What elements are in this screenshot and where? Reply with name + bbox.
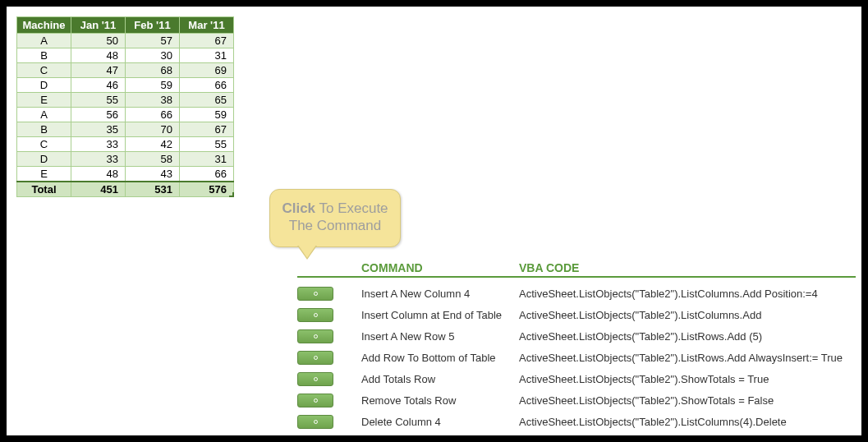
callout-text-1: To Execute	[315, 200, 388, 216]
table-row[interactable]: D465966	[17, 78, 234, 93]
run-button[interactable]	[297, 436, 333, 443]
command-row: Delete Row 5ActiveSheet.ListObjects("Tab…	[297, 432, 856, 442]
run-button[interactable]	[297, 287, 333, 301]
col-header-mar[interactable]: Mar '11	[180, 17, 234, 34]
circle-icon	[314, 313, 318, 317]
table-row[interactable]: C334255	[17, 137, 234, 152]
table-cell[interactable]: 38	[126, 93, 180, 108]
total-jan: 451	[71, 182, 126, 197]
table-cell[interactable]: 42	[126, 137, 180, 152]
table-cell[interactable]: 67	[180, 122, 234, 137]
command-label: Insert Column at End of Table	[361, 309, 519, 321]
table-cell[interactable]: B	[17, 122, 71, 137]
vba-code: ActiveSheet.ListObjects("Table2").ShowTo…	[519, 394, 856, 407]
col-header-machine[interactable]: Machine	[17, 17, 71, 34]
circle-icon	[314, 398, 318, 403]
table-cell[interactable]: D	[17, 78, 71, 93]
vba-code: ActiveSheet.ListObjects("Table2").ListRo…	[519, 352, 856, 364]
table-cell[interactable]: 66	[180, 78, 234, 93]
table-cell[interactable]: 31	[180, 48, 234, 63]
table-cell[interactable]: 66	[126, 108, 180, 122]
circle-icon	[314, 356, 318, 360]
circle-icon	[314, 377, 318, 381]
total-mar: 576	[180, 182, 234, 197]
command-label: Add Totals Row	[361, 373, 519, 385]
table-row[interactable]: E553865	[17, 93, 234, 108]
table-cell[interactable]: A	[17, 34, 71, 48]
circle-icon	[314, 334, 318, 338]
table-row[interactable]: A566659	[17, 108, 234, 122]
table-cell[interactable]: 43	[126, 167, 180, 182]
command-row: Add Row To Bottom of TableActiveSheet.Li…	[297, 347, 856, 368]
table-cell[interactable]: 59	[126, 78, 180, 93]
callout-text-2: The Command	[289, 218, 381, 233]
command-label: Insert A New Row 5	[361, 330, 519, 343]
table-row[interactable]: E484366	[17, 167, 234, 182]
table-cell[interactable]: E	[17, 93, 71, 108]
command-list: COMMAND VBA CODE Insert A New Column 4Ac…	[297, 261, 856, 442]
table-cell[interactable]: 55	[71, 93, 126, 108]
run-button[interactable]	[297, 394, 333, 407]
vba-code: ActiveSheet.ListObjects("Table2").ListRo…	[519, 330, 856, 343]
table-cell[interactable]: 46	[71, 78, 126, 93]
table-cell[interactable]: B	[17, 48, 71, 63]
table-cell[interactable]: 58	[126, 152, 180, 167]
command-label: Delete Row 5	[361, 437, 519, 443]
table-cell[interactable]: 47	[71, 63, 126, 78]
command-label: Add Row To Bottom of Table	[361, 352, 519, 364]
col-header-jan[interactable]: Jan '11	[71, 17, 126, 34]
table-cell[interactable]: 33	[71, 152, 126, 167]
table-cell[interactable]: 48	[71, 48, 126, 63]
table-cell[interactable]: 31	[180, 152, 234, 167]
table-cell[interactable]: 67	[180, 34, 234, 48]
table-row[interactable]: C476869	[17, 63, 234, 78]
table-cell[interactable]: E	[17, 167, 71, 182]
table-row[interactable]: B483031	[17, 48, 234, 63]
command-row: Insert A New Column 4ActiveSheet.ListObj…	[297, 283, 856, 304]
table-cell[interactable]: 57	[126, 34, 180, 48]
command-label: Insert A New Column 4	[361, 288, 519, 300]
table-cell[interactable]: 70	[126, 122, 180, 137]
run-button[interactable]	[297, 351, 333, 365]
table-cell[interactable]: 35	[71, 122, 126, 137]
table-cell[interactable]: 56	[71, 108, 126, 122]
table-resize-handle[interactable]	[229, 192, 234, 197]
table-cell[interactable]: 68	[126, 63, 180, 78]
total-label: Total	[17, 182, 71, 197]
circle-icon	[314, 420, 318, 424]
table-row[interactable]: D335831	[17, 152, 234, 167]
table-cell[interactable]: A	[17, 108, 71, 122]
vba-code: ActiveSheet.ListObjects("Table2").ListCo…	[519, 416, 856, 428]
table-cell[interactable]: C	[17, 137, 71, 152]
vba-code: ActiveSheet.ListObjects("Table2").ShowTo…	[519, 373, 856, 385]
vba-code: ActiveSheet.ListObjects("Table2").ListRo…	[519, 437, 856, 443]
table-cell[interactable]: 33	[71, 137, 126, 152]
command-row: Delete Column 4ActiveSheet.ListObjects("…	[297, 411, 856, 432]
circle-icon	[314, 292, 318, 296]
hint-callout: Click To Execute The Command	[269, 189, 401, 247]
table-row[interactable]: B357067	[17, 122, 234, 137]
run-button[interactable]	[297, 329, 333, 343]
total-feb: 531	[126, 182, 180, 197]
table-cell[interactable]: 69	[180, 63, 234, 78]
machine-table[interactable]: Machine Jan '11 Feb '11 Mar '11 A505767B…	[16, 16, 234, 197]
run-button[interactable]	[297, 415, 333, 429]
table-cell[interactable]: 65	[180, 93, 234, 108]
run-button[interactable]	[297, 372, 333, 386]
table-cell[interactable]: 50	[71, 34, 126, 48]
table-cell[interactable]: 55	[180, 137, 234, 152]
table-row[interactable]: A505767	[17, 34, 234, 48]
table-cell[interactable]: D	[17, 152, 71, 167]
command-label: Delete Column 4	[361, 416, 519, 428]
command-row: Insert A New Row 5ActiveSheet.ListObject…	[297, 325, 856, 347]
table-cell[interactable]: 59	[180, 108, 234, 122]
command-row: Add Totals RowActiveSheet.ListObjects("T…	[297, 368, 856, 389]
table-cell[interactable]: 48	[71, 167, 126, 182]
run-button[interactable]	[297, 308, 333, 322]
callout-bold: Click	[282, 200, 315, 216]
table-cell[interactable]: 30	[126, 48, 180, 63]
table-cell[interactable]: C	[17, 63, 71, 78]
header-vba: VBA CODE	[519, 261, 579, 274]
col-header-feb[interactable]: Feb '11	[126, 17, 180, 34]
table-cell[interactable]: 66	[180, 167, 234, 182]
